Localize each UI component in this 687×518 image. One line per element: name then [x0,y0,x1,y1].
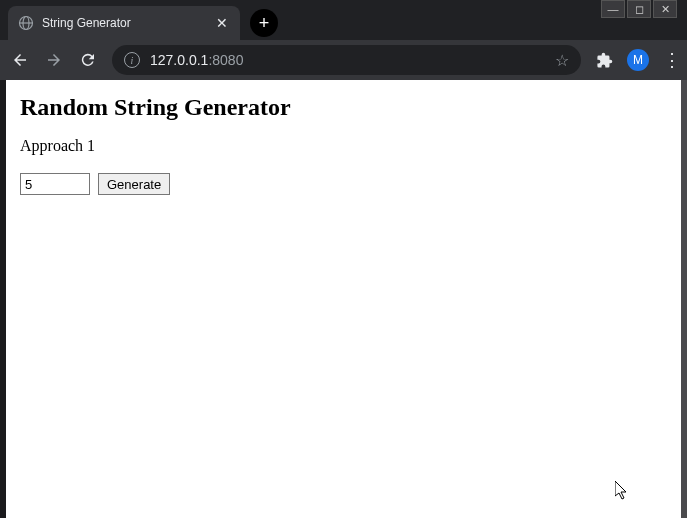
browser-chrome: String Generator ✕ + i 127.0.0.1:8080 ☆ … [0,0,687,80]
window-close-button[interactable]: ✕ [653,0,677,18]
back-button[interactable] [10,50,30,70]
reload-button[interactable] [78,50,98,70]
tab-title: String Generator [42,16,206,30]
tab-close-icon[interactable]: ✕ [214,15,230,31]
window-controls: — ◻ ✕ [601,0,677,18]
vertical-scrollbar[interactable] [681,80,687,518]
forward-button[interactable] [44,50,64,70]
generate-button[interactable]: Generate [98,173,170,195]
generator-form: Generate [20,173,667,195]
maximize-button[interactable]: ◻ [627,0,651,18]
minimize-button[interactable]: — [601,0,625,18]
extensions-icon[interactable] [595,51,613,69]
address-bar[interactable]: i 127.0.0.1:8080 ☆ [112,45,581,75]
page-heading: Random String Generator [20,94,667,121]
page-content: Random String Generator Approach 1 Gener… [6,80,681,518]
length-input[interactable] [20,173,90,195]
url-host: 127.0.0.1 [150,52,208,68]
toolbar: i 127.0.0.1:8080 ☆ M ⋮ [0,40,687,80]
tab-active[interactable]: String Generator ✕ [8,6,240,40]
site-info-icon[interactable]: i [124,52,140,68]
url-port: :8080 [208,52,243,68]
tab-bar: String Generator ✕ + [0,0,687,40]
profile-avatar[interactable]: M [627,49,649,71]
bookmark-star-icon[interactable]: ☆ [555,51,569,70]
kebab-menu-icon[interactable]: ⋮ [663,49,677,71]
new-tab-button[interactable]: + [250,9,278,37]
page-subheading: Approach 1 [20,137,667,155]
globe-icon [18,15,34,31]
url-text: 127.0.0.1:8080 [150,52,545,68]
cursor-icon [615,481,631,506]
